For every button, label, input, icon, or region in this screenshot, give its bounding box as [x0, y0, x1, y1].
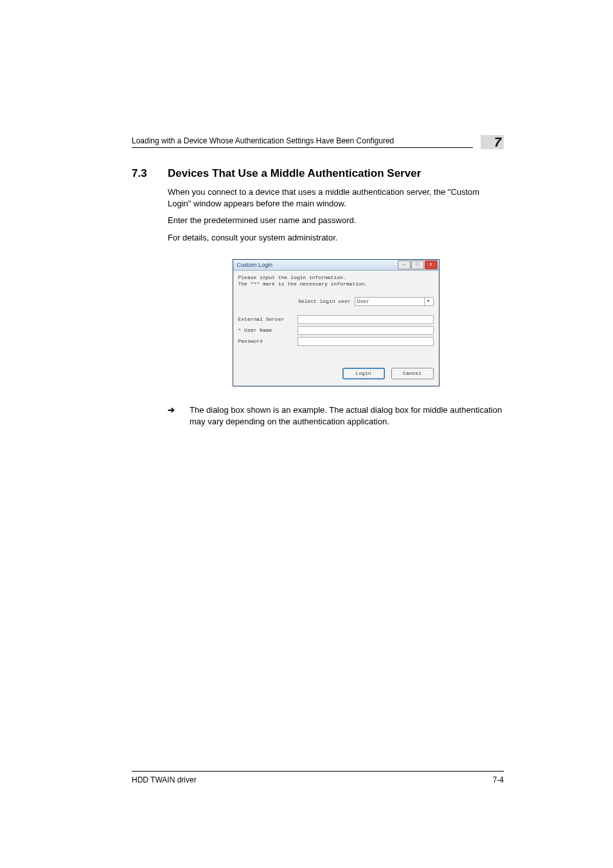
section-number: 7.3 [132, 167, 150, 180]
note: ➔ The dialog box shown is an example. Th… [168, 404, 504, 429]
footer-page-number: 7-4 [493, 775, 504, 784]
running-header-text: Loading with a Device Whose Authenticati… [132, 136, 473, 148]
running-header: Loading with a Device Whose Authenticati… [132, 135, 504, 149]
cancel-button[interactable]: Cancel [391, 368, 434, 379]
minimize-icon[interactable]: – [398, 260, 411, 269]
external-server-input[interactable] [298, 315, 434, 324]
external-server-label: External Server [238, 316, 298, 322]
paragraph: For details, consult your system adminis… [168, 232, 504, 244]
login-button-label: Login [355, 370, 371, 376]
login-button[interactable]: Login [342, 368, 385, 379]
dialog-title: Custom Login [237, 262, 273, 268]
dialog-message-line: Please input the login information. [238, 275, 434, 281]
dialog-titlebar: Custom Login – □ x [233, 260, 439, 271]
maximize-icon[interactable]: □ [411, 260, 424, 269]
paragraph: Enter the predetermined user name and pa… [168, 215, 504, 226]
note-text: The dialog box shown is an example. The … [190, 404, 504, 429]
user-name-label: * User Name [238, 327, 298, 333]
footer-left: HDD TWAIN driver [132, 775, 197, 784]
chapter-number: 7 [494, 135, 501, 150]
page-footer: HDD TWAIN driver 7-4 [132, 771, 504, 784]
cancel-button-label: Cancel [403, 370, 422, 376]
arrow-icon: ➔ [168, 404, 178, 429]
custom-login-dialog: Custom Login – □ x Please input the logi… [233, 259, 440, 386]
select-login-user-label: Select login user [298, 298, 351, 304]
close-icon[interactable]: x [425, 260, 438, 269]
select-login-user-dropdown[interactable]: User ▼ [355, 297, 434, 306]
section-title: Devices That Use a Middle Authentication… [168, 167, 421, 180]
password-input[interactable] [298, 337, 434, 346]
password-label: Password [238, 338, 298, 344]
user-name-input[interactable] [298, 326, 434, 335]
chapter-number-box: 7 [481, 135, 504, 149]
chevron-down-icon: ▼ [424, 298, 432, 305]
body-text: When you connect to a device that uses a… [168, 186, 504, 244]
dialog-message: Please input the login information. The … [238, 275, 434, 288]
section-heading: 7.3 Devices That Use a Middle Authentica… [132, 167, 504, 180]
paragraph: When you connect to a device that uses a… [168, 186, 504, 210]
dialog-message-line: The "*" mark is the necessary informatio… [238, 281, 434, 287]
select-login-user-value: User [357, 298, 369, 304]
